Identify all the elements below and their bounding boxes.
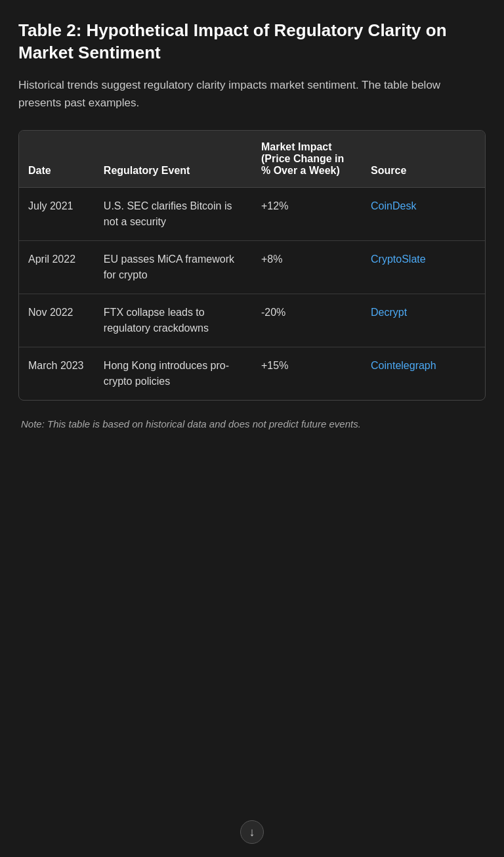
cell-event: Hong Kong introduces pro-crypto policies [94,347,252,400]
cell-event: U.S. SEC clarifies Bitcoin is not a secu… [94,187,252,240]
cell-date: Nov 2022 [19,294,94,347]
table-row: July 2021U.S. SEC clarifies Bitcoin is n… [19,187,485,240]
source-link[interactable]: Decrypt [371,307,407,318]
page-title: Table 2: Hypothetical Impact of Regulato… [18,20,486,64]
cell-impact: +15% [252,347,362,400]
table-row: March 2023Hong Kong introduces pro-crypt… [19,347,485,400]
cell-impact: +8% [252,240,362,294]
col-header-impact: Market Impact (Price Change in % Over a … [252,131,362,188]
source-link[interactable]: CryptoSlate [371,253,426,265]
chevron-down-icon: ↓ [249,825,255,839]
cell-date: March 2023 [19,347,94,400]
cell-source[interactable]: CryptoSlate [362,240,485,294]
page-description: Historical trends suggest regulatory cla… [18,76,486,112]
scroll-down-button[interactable]: ↓ [240,820,264,844]
col-header-date: Date [19,131,94,188]
data-table: Date Regulatory Event Market Impact (Pri… [18,130,486,401]
cell-event: EU passes MiCA framework for crypto [94,240,252,294]
col-header-source: Source [362,131,485,188]
cell-event: FTX collapse leads to regulatory crackdo… [94,294,252,347]
cell-impact: +12% [252,187,362,240]
col-header-event: Regulatory Event [94,131,252,188]
table-header-row: Date Regulatory Event Market Impact (Pri… [19,131,485,188]
source-link[interactable]: CoinDesk [371,200,416,211]
table-note: Note: This table is based on historical … [18,416,486,432]
table-row: Nov 2022FTX collapse leads to regulatory… [19,294,485,347]
cell-source[interactable]: CoinDesk [362,187,485,240]
cell-source[interactable]: Cointelegraph [362,347,485,400]
cell-source[interactable]: Decrypt [362,294,485,347]
table-row: April 2022EU passes MiCA framework for c… [19,240,485,294]
cell-date: July 2021 [19,187,94,240]
cell-impact: -20% [252,294,362,347]
cell-date: April 2022 [19,240,94,294]
source-link[interactable]: Cointelegraph [371,360,436,371]
